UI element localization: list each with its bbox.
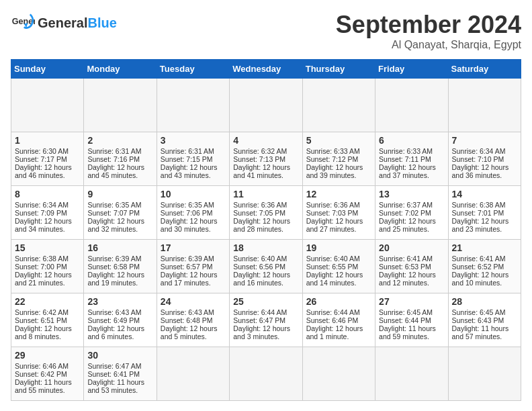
week-row-1: 1Sunrise: 6:30 AMSunset: 7:17 PMDaylight… bbox=[11, 132, 521, 186]
day-info: Sunrise: 6:31 AMSunset: 7:16 PMDaylight:… bbox=[87, 147, 144, 179]
calendar-cell: 8Sunrise: 6:34 AMSunset: 7:09 PMDaylight… bbox=[11, 186, 84, 240]
calendar-cell bbox=[448, 347, 521, 401]
day-info: Sunrise: 6:43 AMSunset: 6:49 PMDaylight:… bbox=[87, 308, 144, 340]
day-number: 15 bbox=[15, 242, 80, 253]
day-number: 7 bbox=[452, 135, 517, 146]
calendar-cell: 21Sunrise: 6:41 AMSunset: 6:52 PMDayligh… bbox=[448, 240, 521, 293]
calendar-cell: 30Sunrise: 6:47 AMSunset: 6:41 PMDayligh… bbox=[84, 347, 157, 401]
calendar-cell: 2Sunrise: 6:31 AMSunset: 7:16 PMDaylight… bbox=[84, 132, 157, 186]
day-info: Sunrise: 6:46 AMSunset: 6:42 PMDaylight:… bbox=[15, 362, 72, 394]
day-info: Sunrise: 6:45 AMSunset: 6:43 PMDaylight:… bbox=[452, 308, 509, 340]
calendar-cell: 24Sunrise: 6:43 AMSunset: 6:48 PMDayligh… bbox=[157, 293, 229, 347]
calendar-table: SundayMondayTuesdayWednesdayThursdayFrid… bbox=[11, 59, 521, 401]
calendar-cell: 5Sunrise: 6:33 AMSunset: 7:12 PMDaylight… bbox=[302, 132, 375, 186]
calendar-cell: 9Sunrise: 6:35 AMSunset: 7:07 PMDaylight… bbox=[84, 186, 157, 240]
day-info: Sunrise: 6:31 AMSunset: 7:15 PMDaylight:… bbox=[161, 147, 218, 179]
calendar-cell: 12Sunrise: 6:36 AMSunset: 7:03 PMDayligh… bbox=[302, 186, 375, 240]
day-number: 21 bbox=[452, 242, 517, 253]
day-number: 14 bbox=[452, 189, 517, 199]
logo: General GeneralBlue bbox=[11, 11, 117, 35]
calendar-cell: 7Sunrise: 6:34 AMSunset: 7:10 PMDaylight… bbox=[448, 132, 521, 186]
day-number: 20 bbox=[379, 242, 444, 253]
day-info: Sunrise: 6:44 AMSunset: 6:46 PMDaylight:… bbox=[306, 308, 363, 340]
day-number: 29 bbox=[15, 350, 80, 361]
day-info: Sunrise: 6:41 AMSunset: 6:53 PMDaylight:… bbox=[379, 255, 436, 287]
day-number: 23 bbox=[87, 296, 152, 307]
day-info: Sunrise: 6:38 AMSunset: 7:00 PMDaylight:… bbox=[15, 255, 72, 287]
calendar-cell: 22Sunrise: 6:42 AMSunset: 6:51 PMDayligh… bbox=[11, 293, 84, 347]
day-number: 2 bbox=[87, 135, 152, 146]
calendar-cell: 20Sunrise: 6:41 AMSunset: 6:53 PMDayligh… bbox=[375, 240, 448, 293]
day-info: Sunrise: 6:36 AMSunset: 7:05 PMDaylight:… bbox=[233, 201, 290, 233]
day-number: 30 bbox=[87, 350, 152, 361]
month-title: September 2024 bbox=[336, 11, 521, 39]
day-number: 9 bbox=[87, 189, 152, 199]
calendar-cell: 11Sunrise: 6:36 AMSunset: 7:05 PMDayligh… bbox=[230, 186, 302, 240]
calendar-cell: 28Sunrise: 6:45 AMSunset: 6:43 PMDayligh… bbox=[448, 293, 521, 347]
day-info: Sunrise: 6:34 AMSunset: 7:10 PMDaylight:… bbox=[452, 147, 509, 179]
calendar-cell: 15Sunrise: 6:38 AMSunset: 7:00 PMDayligh… bbox=[11, 240, 84, 293]
day-info: Sunrise: 6:41 AMSunset: 6:52 PMDaylight:… bbox=[452, 255, 509, 287]
calendar-cell bbox=[375, 347, 448, 401]
day-info: Sunrise: 6:43 AMSunset: 6:48 PMDaylight:… bbox=[161, 308, 218, 340]
calendar-cell bbox=[302, 79, 375, 132]
day-number: 28 bbox=[452, 296, 517, 307]
calendar-cell: 27Sunrise: 6:45 AMSunset: 6:44 PMDayligh… bbox=[375, 293, 448, 347]
day-info: Sunrise: 6:47 AMSunset: 6:41 PMDaylight:… bbox=[87, 362, 144, 394]
calendar-cell: 13Sunrise: 6:37 AMSunset: 7:02 PMDayligh… bbox=[375, 186, 448, 240]
day-number: 8 bbox=[15, 189, 80, 199]
header-row: SundayMondayTuesdayWednesdayThursdayFrid… bbox=[11, 60, 521, 79]
day-number: 27 bbox=[379, 296, 444, 307]
col-header-saturday: Saturday bbox=[448, 60, 521, 79]
logo-icon: General bbox=[11, 11, 35, 35]
col-header-monday: Monday bbox=[84, 60, 157, 79]
day-info: Sunrise: 6:37 AMSunset: 7:02 PMDaylight:… bbox=[379, 201, 436, 233]
calendar-cell: 25Sunrise: 6:44 AMSunset: 6:47 PMDayligh… bbox=[230, 293, 302, 347]
day-info: Sunrise: 6:39 AMSunset: 6:57 PMDaylight:… bbox=[161, 255, 218, 287]
day-number: 25 bbox=[233, 296, 298, 307]
week-row-0 bbox=[11, 79, 521, 132]
calendar-cell: 3Sunrise: 6:31 AMSunset: 7:15 PMDaylight… bbox=[157, 132, 229, 186]
day-number: 22 bbox=[15, 296, 80, 307]
calendar-cell: 29Sunrise: 6:46 AMSunset: 6:42 PMDayligh… bbox=[11, 347, 84, 401]
day-number: 10 bbox=[161, 189, 226, 199]
page-header: General GeneralBlue September 2024 Al Qa… bbox=[11, 11, 521, 51]
day-number: 11 bbox=[233, 189, 298, 199]
calendar-cell: 14Sunrise: 6:38 AMSunset: 7:01 PMDayligh… bbox=[448, 186, 521, 240]
location-title: Al Qanayat, Sharqia, Egypt bbox=[336, 39, 521, 51]
week-row-5: 29Sunrise: 6:46 AMSunset: 6:42 PMDayligh… bbox=[11, 347, 521, 401]
day-number: 17 bbox=[161, 242, 226, 253]
week-row-3: 15Sunrise: 6:38 AMSunset: 7:00 PMDayligh… bbox=[11, 240, 521, 293]
day-info: Sunrise: 6:40 AMSunset: 6:55 PMDaylight:… bbox=[306, 255, 363, 287]
calendar-cell bbox=[157, 79, 229, 132]
col-header-wednesday: Wednesday bbox=[230, 60, 302, 79]
day-number: 18 bbox=[233, 242, 298, 253]
col-header-sunday: Sunday bbox=[11, 60, 84, 79]
day-number: 6 bbox=[379, 135, 444, 146]
calendar-cell bbox=[448, 79, 521, 132]
calendar-cell: 4Sunrise: 6:32 AMSunset: 7:13 PMDaylight… bbox=[230, 132, 302, 186]
logo-general: General bbox=[38, 15, 87, 30]
day-number: 19 bbox=[306, 242, 371, 253]
day-info: Sunrise: 6:38 AMSunset: 7:01 PMDaylight:… bbox=[452, 201, 509, 233]
calendar-cell bbox=[230, 347, 302, 401]
calendar-cell: 17Sunrise: 6:39 AMSunset: 6:57 PMDayligh… bbox=[157, 240, 229, 293]
day-info: Sunrise: 6:45 AMSunset: 6:44 PMDaylight:… bbox=[379, 308, 436, 340]
col-header-friday: Friday bbox=[375, 60, 448, 79]
title-block: September 2024 Al Qanayat, Sharqia, Egyp… bbox=[336, 11, 521, 51]
calendar-cell bbox=[230, 79, 302, 132]
calendar-cell: 26Sunrise: 6:44 AMSunset: 6:46 PMDayligh… bbox=[302, 293, 375, 347]
day-number: 3 bbox=[161, 135, 226, 146]
day-info: Sunrise: 6:34 AMSunset: 7:09 PMDaylight:… bbox=[15, 201, 72, 233]
logo-text: GeneralBlue bbox=[38, 15, 117, 31]
day-number: 4 bbox=[233, 135, 298, 146]
week-row-4: 22Sunrise: 6:42 AMSunset: 6:51 PMDayligh… bbox=[11, 293, 521, 347]
day-number: 16 bbox=[87, 242, 152, 253]
calendar-cell bbox=[302, 347, 375, 401]
col-header-tuesday: Tuesday bbox=[157, 60, 229, 79]
day-info: Sunrise: 6:35 AMSunset: 7:07 PMDaylight:… bbox=[87, 201, 144, 233]
day-info: Sunrise: 6:40 AMSunset: 6:56 PMDaylight:… bbox=[233, 255, 290, 287]
day-info: Sunrise: 6:36 AMSunset: 7:03 PMDaylight:… bbox=[306, 201, 363, 233]
calendar-cell bbox=[157, 347, 229, 401]
day-number: 26 bbox=[306, 296, 371, 307]
